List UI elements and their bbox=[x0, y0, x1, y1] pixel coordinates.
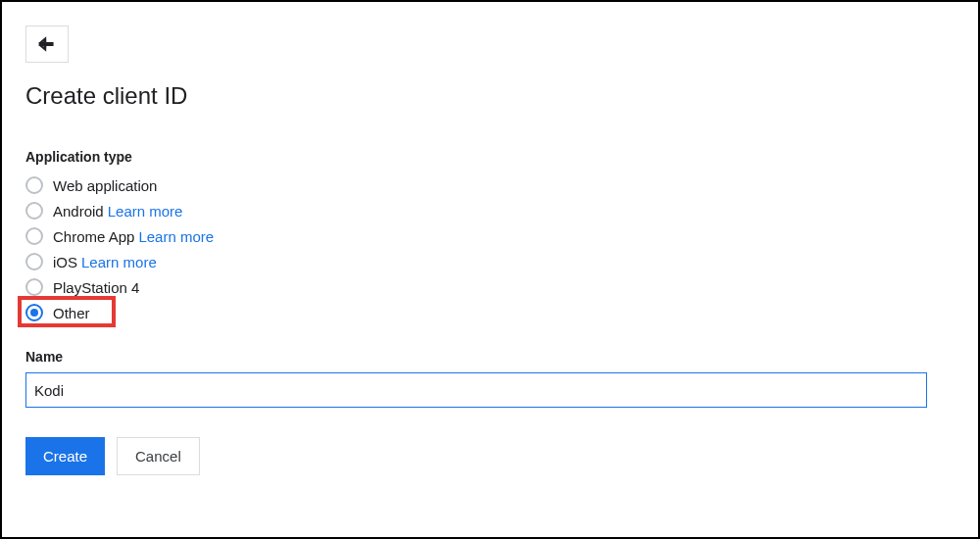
application-type-radio-group: Web application Android Learn more Chrom… bbox=[25, 172, 955, 325]
radio-selected-dot-icon bbox=[30, 309, 38, 317]
radio-option-other[interactable]: Other bbox=[25, 300, 955, 325]
radio-option-chrome-app[interactable]: Chrome App Learn more bbox=[25, 223, 955, 249]
dialog-frame: Create client ID Application type Web ap… bbox=[0, 0, 980, 539]
create-button[interactable]: Create bbox=[25, 437, 105, 475]
radio-option-web-application[interactable]: Web application bbox=[25, 172, 955, 198]
radio-label: PlayStation 4 bbox=[53, 279, 139, 296]
back-arrow-icon bbox=[36, 33, 58, 55]
radio-icon bbox=[25, 176, 43, 194]
radio-label: iOS bbox=[53, 254, 77, 270]
radio-label: Other bbox=[53, 305, 90, 321]
radio-option-ios[interactable]: iOS Learn more bbox=[25, 249, 955, 274]
cancel-button[interactable]: Cancel bbox=[117, 437, 200, 475]
learn-more-link[interactable]: Learn more bbox=[81, 254, 157, 270]
radio-label: Web application bbox=[53, 177, 157, 194]
name-label: Name bbox=[25, 349, 955, 365]
learn-more-link[interactable]: Learn more bbox=[138, 228, 214, 245]
page-title: Create client ID bbox=[25, 82, 955, 110]
radio-label: Android bbox=[53, 203, 104, 220]
radio-icon bbox=[25, 278, 43, 296]
radio-icon bbox=[25, 202, 43, 220]
back-button[interactable] bbox=[25, 25, 69, 63]
radio-icon bbox=[25, 253, 43, 270]
name-input[interactable] bbox=[25, 372, 927, 408]
radio-label: Chrome App bbox=[53, 228, 134, 245]
radio-option-playstation-4[interactable]: PlayStation 4 bbox=[25, 274, 955, 300]
radio-icon bbox=[25, 227, 43, 245]
radio-option-android[interactable]: Android Learn more bbox=[25, 198, 955, 223]
radio-icon bbox=[25, 304, 43, 321]
button-row: Create Cancel bbox=[25, 437, 955, 475]
learn-more-link[interactable]: Learn more bbox=[108, 203, 183, 220]
application-type-label: Application type bbox=[25, 149, 955, 165]
